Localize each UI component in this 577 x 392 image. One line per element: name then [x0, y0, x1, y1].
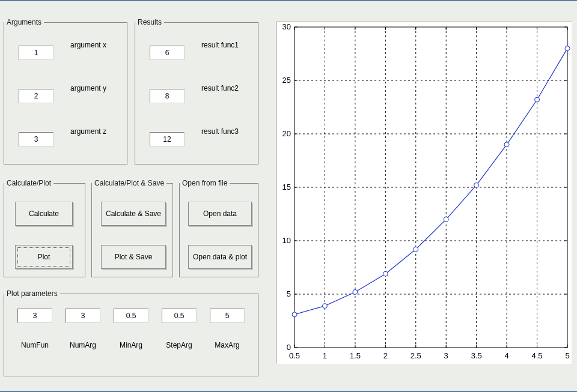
numfun-input[interactable]: [17, 309, 52, 323]
plot-button[interactable]: Plot: [15, 245, 73, 269]
result-func1-input[interactable]: [150, 46, 185, 60]
steparg-label: StepArg: [158, 341, 200, 349]
svg-text:0: 0: [287, 343, 291, 352]
svg-text:15: 15: [282, 182, 291, 191]
result-func3-input[interactable]: [150, 132, 185, 146]
svg-text:3: 3: [444, 351, 448, 360]
svg-text:25: 25: [282, 76, 291, 85]
minarg-input[interactable]: [114, 309, 148, 323]
svg-text:2.5: 2.5: [411, 351, 421, 360]
result-func3-label: result func3: [201, 127, 239, 136]
plot-axes: 0510152025300.511.522.533.544.55: [276, 22, 572, 364]
svg-text:5: 5: [565, 351, 569, 360]
results-group: Results result func1 result func2 result…: [135, 18, 258, 164]
argument-z-label: argument z: [70, 127, 106, 136]
results-legend: Results: [135, 18, 164, 26]
argument-x-label: argument x: [70, 41, 106, 49]
plot-save-button[interactable]: Plot & Save: [101, 245, 166, 269]
arguments-group: Arguments argument x argument y argument…: [4, 18, 127, 164]
svg-text:1.5: 1.5: [350, 351, 361, 360]
steparg-input[interactable]: [162, 309, 197, 323]
calculate-save-button[interactable]: Calculate & Save: [101, 202, 166, 226]
svg-text:10: 10: [282, 236, 291, 245]
numarg-label: NumArg: [62, 341, 104, 349]
arguments-legend: Arguments: [4, 18, 44, 26]
svg-point-68: [383, 271, 388, 276]
open-data-plot-button[interactable]: Open data & plot: [188, 245, 252, 269]
svg-text:4: 4: [504, 351, 508, 360]
open-data-button[interactable]: Open data: [188, 202, 252, 226]
argument-x-input[interactable]: [19, 46, 53, 60]
calcsave-group: Calculate/Plot & Save Calculate & Save P…: [91, 179, 173, 277]
svg-point-65: [292, 312, 297, 317]
svg-point-67: [353, 289, 358, 294]
result-func2-input[interactable]: [150, 89, 185, 103]
result-func2-label: result func2: [201, 84, 239, 92]
svg-text:2: 2: [383, 351, 388, 360]
app-window: Arguments argument x argument y argument…: [0, 0, 577, 392]
svg-point-73: [535, 97, 540, 102]
svg-text:5: 5: [287, 289, 291, 298]
numarg-input[interactable]: [66, 309, 100, 323]
maxarg-label: MaxArg: [206, 341, 248, 349]
plotparams-legend: Plot parameters: [4, 289, 60, 298]
calculate-button[interactable]: Calculate: [15, 202, 73, 226]
argument-z-input[interactable]: [19, 132, 53, 146]
plotparams-group: Plot parameters NumFun NumArg MinArg Ste…: [4, 289, 258, 376]
svg-point-74: [565, 46, 570, 51]
svg-point-69: [414, 247, 418, 252]
result-func1-label: result func1: [201, 41, 239, 49]
svg-text:1: 1: [323, 351, 327, 360]
svg-text:3.5: 3.5: [471, 351, 482, 360]
calcplot-group: Calculate/Plot Calculate Plot: [4, 179, 85, 277]
svg-point-71: [474, 182, 479, 187]
svg-text:4.5: 4.5: [532, 351, 543, 360]
numfun-label: NumFun: [14, 341, 56, 349]
svg-point-66: [322, 304, 327, 309]
svg-point-72: [504, 142, 509, 147]
calcplot-legend: Calculate/Plot: [4, 179, 53, 187]
maxarg-input[interactable]: [210, 309, 245, 323]
openfile-legend: Open from file: [180, 179, 230, 187]
calcsave-legend: Calculate/Plot & Save: [92, 179, 166, 187]
argument-y-label: argument y: [70, 84, 106, 92]
svg-text:20: 20: [282, 129, 291, 138]
minarg-label: MinArg: [110, 341, 152, 349]
svg-text:0.5: 0.5: [289, 351, 300, 360]
argument-y-input[interactable]: [19, 89, 53, 103]
openfile-group: Open from file Open data Open data & plo…: [179, 179, 258, 277]
svg-text:30: 30: [282, 22, 291, 31]
svg-point-70: [444, 217, 448, 222]
